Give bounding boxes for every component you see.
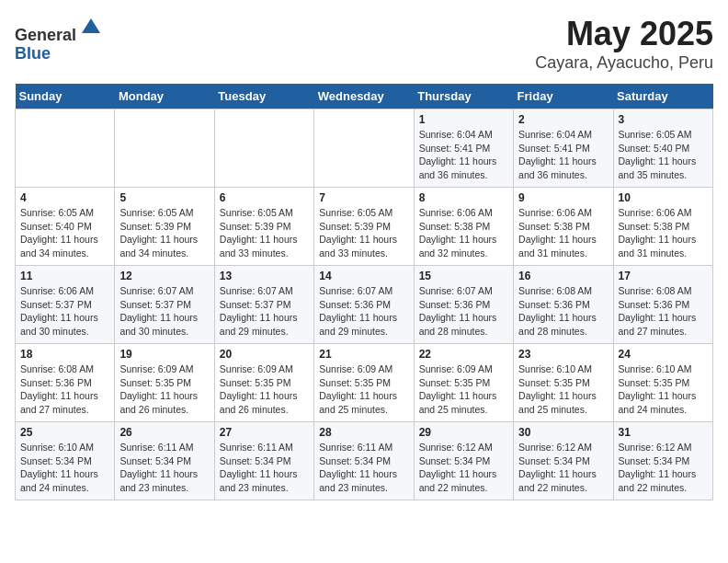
calendar-cell: 9Sunrise: 6:06 AMSunset: 5:38 PMDaylight…	[514, 188, 613, 266]
calendar-cell: 6Sunrise: 6:05 AMSunset: 5:39 PMDaylight…	[214, 188, 313, 266]
calendar-cell: 2Sunrise: 6:04 AMSunset: 5:41 PMDaylight…	[514, 109, 613, 188]
day-number: 22	[419, 348, 508, 361]
calendar-cell: 5Sunrise: 6:05 AMSunset: 5:39 PMDaylight…	[115, 188, 214, 266]
day-number: 8	[419, 191, 508, 204]
calendar-cell: 29Sunrise: 6:12 AMSunset: 5:34 PMDayligh…	[414, 422, 513, 500]
day-number: 6	[220, 191, 309, 204]
calendar-cell: 23Sunrise: 6:10 AMSunset: 5:35 PMDayligh…	[514, 344, 613, 422]
calendar-cell: 11Sunrise: 6:06 AMSunset: 5:37 PMDayligh…	[16, 266, 115, 344]
calendar-cell: 22Sunrise: 6:09 AMSunset: 5:35 PMDayligh…	[414, 344, 513, 422]
day-info: Sunrise: 6:10 AMSunset: 5:35 PMDaylight:…	[518, 362, 608, 417]
calendar-cell: 18Sunrise: 6:08 AMSunset: 5:36 PMDayligh…	[16, 344, 115, 422]
logo: General Blue	[15, 15, 104, 63]
day-info: Sunrise: 6:09 AMSunset: 5:35 PMDaylight:…	[419, 362, 508, 417]
calendar-cell: 8Sunrise: 6:06 AMSunset: 5:38 PMDaylight…	[414, 188, 513, 266]
day-of-week-header: Monday	[115, 84, 214, 109]
day-info: Sunrise: 6:06 AMSunset: 5:38 PMDaylight:…	[619, 206, 708, 260]
day-number: 17	[619, 270, 708, 282]
calendar-cell: 3Sunrise: 6:05 AMSunset: 5:40 PMDaylight…	[613, 109, 712, 188]
day-info: Sunrise: 6:05 AMSunset: 5:39 PMDaylight:…	[319, 206, 408, 260]
day-number: 3	[619, 113, 708, 126]
day-number: 19	[119, 348, 209, 361]
calendar-cell: 17Sunrise: 6:08 AMSunset: 5:36 PMDayligh…	[613, 266, 712, 344]
day-of-week-header: Thursday	[414, 84, 513, 109]
day-info: Sunrise: 6:10 AMSunset: 5:35 PMDaylight:…	[619, 362, 708, 417]
calendar-cell: 15Sunrise: 6:07 AMSunset: 5:36 PMDayligh…	[414, 266, 513, 344]
calendar-cell: 13Sunrise: 6:07 AMSunset: 5:37 PMDayligh…	[214, 266, 313, 344]
calendar-week-row: 18Sunrise: 6:08 AMSunset: 5:36 PMDayligh…	[16, 344, 713, 422]
page-subtitle: Cayara, Ayacucho, Peru	[535, 53, 713, 73]
day-number: 1	[419, 113, 508, 126]
calendar-cell	[314, 109, 414, 188]
day-number: 13	[220, 270, 309, 282]
day-info: Sunrise: 6:10 AMSunset: 5:34 PMDaylight:…	[20, 441, 109, 495]
calendar-cell: 28Sunrise: 6:11 AMSunset: 5:34 PMDayligh…	[314, 422, 414, 500]
calendar-header: SundayMondayTuesdayWednesdayThursdayFrid…	[16, 84, 713, 109]
calendar-week-row: 1Sunrise: 6:04 AMSunset: 5:41 PMDaylight…	[16, 109, 713, 188]
calendar-cell: 4Sunrise: 6:05 AMSunset: 5:40 PMDaylight…	[16, 188, 115, 266]
day-info: Sunrise: 6:07 AMSunset: 5:36 PMDaylight:…	[419, 284, 508, 339]
day-info: Sunrise: 6:08 AMSunset: 5:36 PMDaylight:…	[518, 284, 608, 339]
day-number: 29	[419, 426, 508, 439]
calendar-week-row: 25Sunrise: 6:10 AMSunset: 5:34 PMDayligh…	[16, 422, 713, 500]
calendar-cell: 20Sunrise: 6:09 AMSunset: 5:35 PMDayligh…	[214, 344, 313, 422]
day-number: 5	[119, 191, 209, 204]
day-info: Sunrise: 6:12 AMSunset: 5:34 PMDaylight:…	[619, 441, 708, 495]
day-info: Sunrise: 6:09 AMSunset: 5:35 PMDaylight:…	[319, 362, 408, 417]
day-info: Sunrise: 6:05 AMSunset: 5:40 PMDaylight:…	[619, 128, 708, 182]
logo-general-text: General	[15, 26, 76, 44]
calendar-cell: 19Sunrise: 6:09 AMSunset: 5:35 PMDayligh…	[115, 344, 214, 422]
calendar-cell: 12Sunrise: 6:07 AMSunset: 5:37 PMDayligh…	[115, 266, 214, 344]
calendar-cell	[115, 109, 214, 188]
calendar-week-row: 4Sunrise: 6:05 AMSunset: 5:40 PMDaylight…	[16, 188, 713, 266]
day-number: 10	[619, 191, 708, 204]
day-info: Sunrise: 6:05 AMSunset: 5:39 PMDaylight:…	[119, 206, 209, 260]
day-of-week-header: Sunday	[16, 84, 115, 109]
page-title: May 2025	[535, 15, 713, 53]
day-info: Sunrise: 6:04 AMSunset: 5:41 PMDaylight:…	[518, 128, 608, 182]
day-number: 4	[20, 191, 109, 204]
day-info: Sunrise: 6:06 AMSunset: 5:37 PMDaylight:…	[20, 284, 109, 339]
day-number: 23	[518, 348, 608, 361]
calendar-cell: 7Sunrise: 6:05 AMSunset: 5:39 PMDaylight…	[314, 188, 414, 266]
day-number: 24	[619, 348, 708, 361]
day-number: 15	[419, 270, 508, 282]
day-info: Sunrise: 6:12 AMSunset: 5:34 PMDaylight:…	[419, 441, 508, 495]
calendar-table: SundayMondayTuesdayWednesdayThursdayFrid…	[15, 84, 713, 500]
calendar-cell: 16Sunrise: 6:08 AMSunset: 5:36 PMDayligh…	[514, 266, 613, 344]
day-info: Sunrise: 6:06 AMSunset: 5:38 PMDaylight:…	[518, 206, 608, 260]
calendar-cell: 25Sunrise: 6:10 AMSunset: 5:34 PMDayligh…	[16, 422, 115, 500]
calendar-cell: 1Sunrise: 6:04 AMSunset: 5:41 PMDaylight…	[414, 109, 513, 188]
day-number: 28	[319, 426, 408, 439]
day-info: Sunrise: 6:09 AMSunset: 5:35 PMDaylight:…	[220, 362, 309, 417]
day-number: 18	[20, 348, 109, 361]
day-info: Sunrise: 6:07 AMSunset: 5:37 PMDaylight:…	[220, 284, 309, 339]
calendar-week-row: 11Sunrise: 6:06 AMSunset: 5:37 PMDayligh…	[16, 266, 713, 344]
day-number: 12	[119, 270, 209, 282]
day-of-week-header: Tuesday	[214, 84, 313, 109]
day-info: Sunrise: 6:07 AMSunset: 5:37 PMDaylight:…	[119, 284, 209, 339]
calendar-body: 1Sunrise: 6:04 AMSunset: 5:41 PMDaylight…	[16, 109, 713, 500]
day-number: 20	[220, 348, 309, 361]
calendar-cell: 27Sunrise: 6:11 AMSunset: 5:34 PMDayligh…	[214, 422, 313, 500]
day-of-week-header: Wednesday	[314, 84, 414, 109]
day-info: Sunrise: 6:08 AMSunset: 5:36 PMDaylight:…	[619, 284, 708, 339]
logo-icon	[78, 15, 104, 40]
calendar-cell: 31Sunrise: 6:12 AMSunset: 5:34 PMDayligh…	[613, 422, 712, 500]
day-info: Sunrise: 6:08 AMSunset: 5:36 PMDaylight:…	[20, 362, 109, 417]
calendar-cell	[214, 109, 313, 188]
day-number: 30	[518, 426, 608, 439]
day-info: Sunrise: 6:12 AMSunset: 5:34 PMDaylight:…	[518, 441, 608, 495]
page-header: General Blue May 2025 Cayara, Ayacucho, …	[15, 15, 713, 73]
day-info: Sunrise: 6:09 AMSunset: 5:35 PMDaylight:…	[119, 362, 209, 417]
day-of-week-header: Saturday	[613, 84, 712, 109]
calendar-cell: 24Sunrise: 6:10 AMSunset: 5:35 PMDayligh…	[613, 344, 712, 422]
day-of-week-header: Friday	[514, 84, 613, 109]
day-number: 14	[319, 270, 408, 282]
day-info: Sunrise: 6:07 AMSunset: 5:36 PMDaylight:…	[319, 284, 408, 339]
calendar-cell: 21Sunrise: 6:09 AMSunset: 5:35 PMDayligh…	[314, 344, 414, 422]
calendar-cell: 14Sunrise: 6:07 AMSunset: 5:36 PMDayligh…	[314, 266, 414, 344]
day-info: Sunrise: 6:05 AMSunset: 5:39 PMDaylight:…	[220, 206, 309, 260]
days-of-week-row: SundayMondayTuesdayWednesdayThursdayFrid…	[16, 84, 713, 109]
day-info: Sunrise: 6:05 AMSunset: 5:40 PMDaylight:…	[20, 206, 109, 260]
